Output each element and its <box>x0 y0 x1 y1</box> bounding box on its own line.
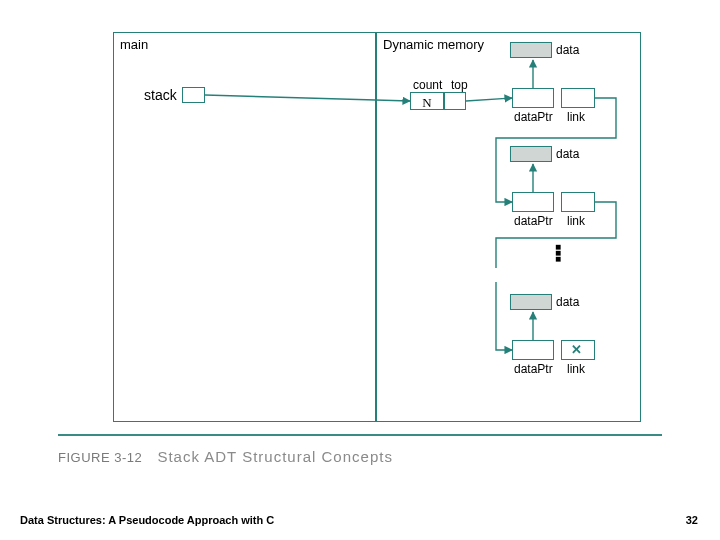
diagram-canvas: main Dynamic memory stack count top N da… <box>0 0 720 540</box>
dataptr-label-2: dataPtr <box>514 214 553 228</box>
data-block-n <box>510 294 552 310</box>
link-box-1 <box>561 88 595 108</box>
dataptr-box-n <box>512 340 554 360</box>
link-label-1: link <box>567 110 585 124</box>
link-label-2: link <box>567 214 585 228</box>
figure-rule <box>58 434 662 436</box>
top-box <box>444 92 466 110</box>
figure-title: Stack ADT Structural Concepts <box>157 448 392 465</box>
count-label: count <box>413 78 442 92</box>
data-label-n: data <box>556 295 579 309</box>
stack-label: stack <box>144 87 177 103</box>
dataptr-box-1 <box>512 88 554 108</box>
link-label-n: link <box>567 362 585 376</box>
data-label-2: data <box>556 147 579 161</box>
panel-dyn-title: Dynamic memory <box>383 37 484 52</box>
panel-main-title: main <box>120 37 148 52</box>
data-label-1: data <box>556 43 579 57</box>
data-block-1 <box>510 42 552 58</box>
footer-book-title: Data Structures: A Pseudocode Approach w… <box>20 514 274 526</box>
top-label: top <box>451 78 468 92</box>
dataptr-box-2 <box>512 192 554 212</box>
data-block-2 <box>510 146 552 162</box>
vertical-ellipsis: ■■■ <box>555 244 561 262</box>
dataptr-label-n: dataPtr <box>514 362 553 376</box>
stack-pointer-box <box>182 87 205 103</box>
dataptr-label-1: dataPtr <box>514 110 553 124</box>
count-box: N <box>410 92 444 110</box>
figure-number: FIGURE 3-12 <box>58 450 142 465</box>
figure-caption: FIGURE 3-12 Stack ADT Structural Concept… <box>58 448 393 465</box>
footer-page-number: 32 <box>686 514 698 526</box>
count-value: N <box>422 95 431 110</box>
null-link-x: ✕ <box>571 342 582 357</box>
link-box-2 <box>561 192 595 212</box>
